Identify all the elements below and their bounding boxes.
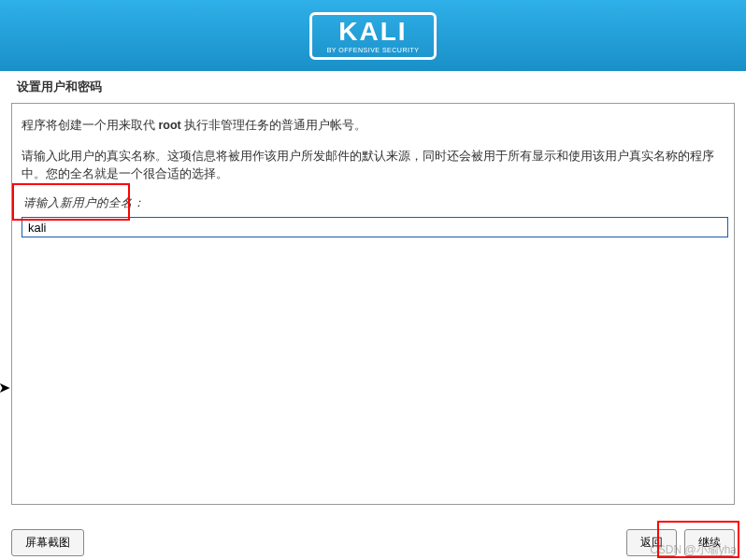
description-line-1: 程序将创建一个用来取代 root 执行非管理任务的普通用户帐号。 — [22, 117, 724, 135]
footer-right-group: 返回 继续 — [626, 529, 735, 556]
screenshot-button[interactable]: 屏幕截图 — [11, 529, 84, 556]
cursor-icon: ➤ — [0, 379, 10, 396]
main-panel: 程序将创建一个用来取代 root 执行非管理任务的普通用户帐号。 请输入此用户的… — [11, 103, 735, 505]
continue-button[interactable]: 继续 — [684, 529, 735, 556]
section-title: 设置用户和密码 — [0, 71, 746, 103]
logo-subtitle: BY OFFENSIVE SECURITY — [327, 47, 420, 53]
description-line-2: 请输入此用户的真实名称。这项信息将被用作该用户所发邮件的默认来源，同时还会被用于… — [22, 148, 724, 183]
installer-header: KALI BY OFFENSIVE SECURITY — [0, 0, 746, 71]
kali-logo: KALI BY OFFENSIVE SECURITY — [309, 12, 438, 60]
footer-bar: 屏幕截图 返回 继续 — [0, 529, 746, 556]
fullname-label: 请输入新用户的全名： — [23, 195, 724, 211]
logo-text: KALI — [327, 19, 420, 45]
back-button[interactable]: 返回 — [626, 529, 677, 556]
fullname-input[interactable] — [22, 217, 728, 237]
